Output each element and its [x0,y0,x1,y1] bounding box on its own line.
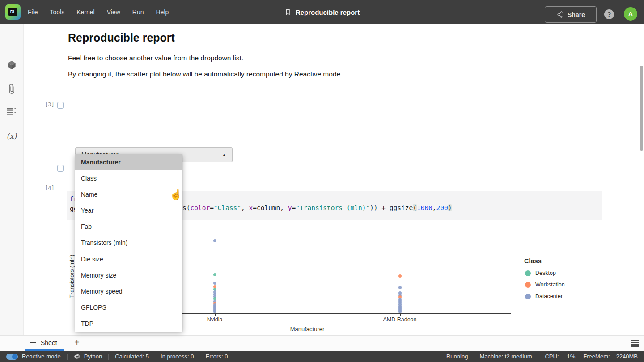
intro-paragraph-2: By changing it, the scatter plot below w… [68,70,342,78]
freemem-value: 2240MB [616,353,638,360]
legend-item-workstation: Workstation [525,282,565,288]
menu-bar: FileToolsKernelViewRunHelp [28,0,169,24]
tick-label-amd: AMD Radeon [383,316,416,323]
dropdown-option-name[interactable]: Name [75,186,182,202]
tick-label-nvidia: Nvidia [207,316,223,323]
bookmark-icon[interactable] [284,8,292,17]
datalore-logo-icon[interactable]: DL [5,4,21,20]
sheet-tab-label: Sheet [41,339,57,346]
logo-dl-monogram: DL [8,8,17,16]
code-token: = [210,204,214,211]
sheets-list-icon[interactable] [631,339,639,348]
code-token: 1000 [417,204,432,211]
dropdown-option-year[interactable]: Year [75,202,182,219]
scatter-point [213,282,216,285]
menu-run[interactable]: Run [132,8,144,16]
share-button-label: Share [568,11,585,18]
plot-x-axis-title: Manufacturer [290,326,325,333]
dropdown-option-manufacturer[interactable]: Manufacturer [75,154,182,170]
menu-file[interactable]: File [28,8,38,16]
dropdown-option-gflops[interactable]: GFLOPS [75,299,182,316]
tab-sheet[interactable]: Sheet [25,336,63,350]
machine-type[interactable]: Machine: t2.medium [479,353,532,360]
notebook-title-text: Reproducible report [296,8,360,16]
hand-cursor: ☝ [169,189,182,201]
divider [538,354,538,360]
dropdown-option-die-size[interactable]: Die size [75,251,182,267]
code-token: "Class" [214,204,241,211]
legend-item-desktop: Desktop [525,270,556,276]
code-token: "Transistors (mln)" [296,204,370,211]
in-process-count: In process: 0 [161,353,194,360]
cpu-label: CPU: [545,353,559,360]
legend-label: Datacenter [535,293,563,299]
code-token: = [292,204,296,211]
reactive-mode-toggle[interactable] [6,354,18,360]
attachments-icon[interactable] [6,83,17,95]
plot-y-axis-label: Transistors (mln) [68,254,75,298]
code-token: 200 [436,204,448,211]
code-token: = [253,204,257,211]
dropdown-option-transistors-mln-[interactable]: Transistors (mln) [75,235,182,251]
avatar[interactable]: A [624,7,637,21]
status-bar: Reactive mode Python Calculated: 5 In pr… [0,351,644,362]
legend-item-datacenter: Datacenter [525,293,563,299]
legend-label: Workstation [535,282,565,288]
dropdown-option-tdp[interactable]: TDP [75,316,182,332]
share-button[interactable]: Share [545,6,597,23]
legend-swatch-icon [525,294,531,299]
tick-amd [400,313,401,316]
code-token: ( [413,204,417,211]
code-token: )) + ggsize [370,204,413,211]
add-sheet-button[interactable]: + [72,336,82,350]
cell3-collapse-handle-bottom[interactable] [57,165,64,172]
code-token: color [190,204,210,211]
code-token: s( [182,204,190,211]
left-sidebar: (x) [0,24,24,335]
datalore-notebook-app: DL FileToolsKernelViewRunHelp Reproducib… [0,0,644,362]
cell4-index: [4] [45,185,55,191]
logo-dash [10,17,13,17]
dropdown-option-class[interactable]: Class [75,170,182,186]
dropdown-option-memory-speed[interactable]: Memory speed [75,283,182,299]
code-token: , [280,204,288,211]
code-token: y [288,204,292,211]
variables-icon[interactable]: (x) [7,131,17,140]
scatter-point [213,239,216,242]
menu-help[interactable]: Help [156,8,169,16]
page-title: Reproducible report [68,31,175,44]
menu-kernel[interactable]: Kernel [76,8,94,16]
sheet-tab-bar: Sheet + [0,335,644,351]
kernel-label[interactable]: Python [84,353,102,360]
legend-title: Class [524,257,542,265]
scatter-point [398,274,402,278]
intro-paragraph-1: Feel free to choose another value from t… [68,54,243,62]
reactive-mode-label: Reactive mode [22,353,61,360]
sheet-menu-icon [30,339,36,346]
cell3-collapse-handle-top[interactable] [57,102,64,109]
help-button[interactable]: ? [604,9,614,19]
menu-view[interactable]: View [107,8,120,16]
notebook-title: Reproducible report [284,0,360,24]
caret-up-icon: ▲ [222,148,226,162]
column-dropdown-list: ManufacturerClassNameYearFabTransistors … [75,154,182,332]
share-icon [556,11,564,18]
legend-swatch-icon [525,270,531,276]
table-of-contents-icon[interactable] [7,107,17,115]
cell3-index: [3] [45,101,55,108]
scatter-point [398,286,402,289]
machine-status: Running [446,353,468,360]
menu-tools[interactable]: Tools [50,8,65,16]
calculated-count: Calculated: 5 [115,353,149,360]
code-token: x [249,204,253,211]
divider [67,354,68,360]
errors-count: Errors: 0 [206,353,228,360]
freemem-label: FreeMem: [583,353,610,360]
page-scrollbar-thumb[interactable] [640,66,643,151]
package-icon[interactable] [7,60,17,70]
code-token: ) [448,204,452,211]
plot-x-axis-line [157,313,511,314]
dropdown-option-fab[interactable]: Fab [75,219,182,235]
code-token: , [432,204,436,211]
dropdown-option-memory-size[interactable]: Memory size [75,267,182,283]
